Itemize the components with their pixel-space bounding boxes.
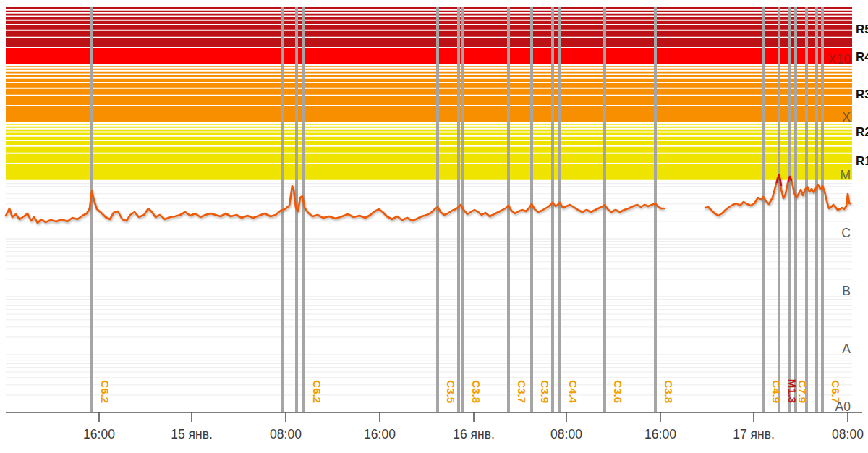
x-axis-label: 08:00 [550,427,582,441]
x-axis-label: 08:00 [270,427,302,441]
scale-label-x: X [842,110,851,124]
flare-activity-chart: C6.2C6.2C3.5C3.8C3.7C3.9C4.4C3.6C3.8C4.9… [0,0,868,453]
event-label: C3.6 [612,380,624,403]
event-label: C6.2 [99,380,111,403]
event-label: C3.5 [445,380,457,403]
band-r4 [6,48,852,65]
event-label: C3.8 [470,380,482,403]
event-label: C3.7 [516,380,528,403]
x-axis-label: 08:00 [832,427,864,441]
scale-label-c: C [841,226,851,240]
zone-label-r3: R3 [856,88,868,101]
scale-label-b: B [842,284,851,298]
event-label: C7.9 [796,380,809,403]
x-axis-label: 16 янв. [453,427,495,441]
scale-label-x10: X10 [828,52,851,67]
x-axis-label: 16:00 [83,427,115,441]
event-label: C3.8 [663,380,675,403]
zone-label-r2: R2 [856,125,868,139]
scale-label-m: M [840,168,851,182]
event-label: C3.9 [539,380,551,403]
x-axis-label: 15 янв. [171,427,213,441]
scale-label-a: A [842,342,851,356]
x-axis-label: 16:00 [364,427,396,441]
zone-label-r1: R1 [856,154,868,168]
event-label: C4.4 [567,380,579,403]
zone-label-r4: R4 [856,50,868,64]
xray-flux-chart-canvas: C6.2C6.2C3.5C3.8C3.7C3.9C4.4C3.6C3.8C4.9… [0,0,868,453]
event-label: C6.2 [311,380,323,403]
event-label: C4.9 [770,380,783,403]
zone-label-r5: R5 [856,22,868,36]
xray_flux-curve [6,186,664,223]
x-axis-label: 17 янв. [733,427,775,441]
x-axis-label: 16:00 [644,427,676,441]
